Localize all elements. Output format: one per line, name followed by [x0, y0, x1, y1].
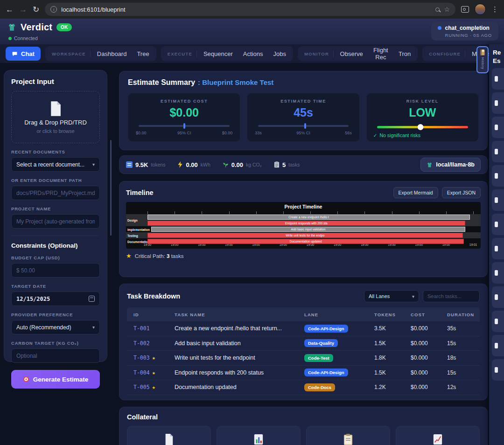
collateral-item[interactable] — [127, 426, 211, 445]
clipboard-icon — [343, 433, 353, 445]
gantt-bar-label: Documentation updated — [290, 240, 322, 243]
recent-documents-select[interactable]: Select a recent document... ▾ — [11, 157, 100, 172]
nav-item-actions[interactable]: Actions — [238, 48, 268, 60]
nav-item-tree[interactable]: Tree — [132, 48, 154, 60]
nav-item-flight-rec[interactable]: Flight Rec — [368, 44, 393, 63]
recent-estimate-item[interactable] — [492, 189, 504, 211]
scrollbar-thumb[interactable] — [110, 140, 112, 236]
item-bar — [495, 173, 498, 179]
recent-estimate-item[interactable] — [492, 117, 504, 138]
provider-preference-select[interactable]: Auto (Recommended) ▾ — [11, 320, 100, 334]
recent-estimate-item[interactable] — [492, 262, 504, 284]
gantt-bar[interactable]: Add basic input validation — [151, 227, 465, 232]
trend-chart-icon — [433, 433, 443, 445]
gantt-bar[interactable]: Write unit tests for the endpo — [147, 233, 463, 238]
recent-estimate-item[interactable] — [492, 311, 504, 332]
gantt-bar[interactable]: Endpoint responds with 200 sta — [147, 221, 465, 226]
browser-forward-icon[interactable]: → — [19, 6, 27, 14]
nav-item-observe[interactable]: Observe — [335, 48, 368, 60]
address-bar[interactable]: localhost:6101/blueprint ☆ — [45, 3, 455, 16]
project-name-input[interactable] — [11, 214, 100, 229]
export-json-button[interactable]: Export JSON — [442, 187, 481, 198]
task-name: Add basic input validation — [168, 340, 298, 347]
activity-indicator[interactable]: chat_completion RUNNING · 0S AGO — [431, 21, 498, 41]
stat-unit: kWh — [201, 162, 210, 167]
gantt-bar-label: Write unit tests for the endpo — [286, 234, 324, 237]
file-dropzone[interactable]: Drag & Drop PRD/TRD or click to browse — [11, 91, 100, 143]
nav-item-jobs[interactable]: Jobs — [268, 48, 291, 60]
task-tokens: 1.8K — [368, 355, 404, 361]
collateral-item[interactable] — [396, 426, 480, 445]
task-duration: 15s — [441, 340, 480, 347]
bookmark-star-icon[interactable]: ☆ — [444, 6, 450, 13]
collateral-item[interactable] — [306, 426, 390, 445]
collateral-item[interactable] — [217, 426, 301, 445]
chat-button[interactable]: Chat — [6, 47, 41, 61]
nav-group-label: CONFIGURE — [424, 51, 465, 56]
column-header-id: ID — [127, 312, 168, 317]
lane-badge: Code-API-Design — [304, 325, 348, 333]
lane-badge: Code-Docs — [304, 383, 335, 391]
status-badge: OK — [56, 23, 72, 31]
url-text[interactable]: localhost:6101/blueprint — [61, 6, 125, 13]
gantt-tick — [175, 211, 175, 214]
model-selector-button[interactable]: local/llama-8b — [420, 158, 481, 172]
table-row[interactable]: T-003★Write unit tests for the endpointC… — [127, 351, 480, 366]
target-date-input[interactable]: 12/15/2025 — [11, 292, 100, 306]
task-cost: $0.000 — [404, 355, 441, 361]
gantt-axis-label: 19:01 — [469, 243, 477, 246]
history-tab[interactable]: History — [476, 46, 489, 73]
gantt-bar[interactable]: Create a new endpoint /hello t — [147, 215, 470, 220]
lane-badge: Data-Quality — [304, 339, 338, 347]
recent-estimates-panel[interactable]: Re Es — [489, 44, 504, 445]
nav-item-sequencer[interactable]: Sequencer — [198, 48, 238, 60]
site-info-icon[interactable] — [50, 6, 57, 13]
task-search-input[interactable] — [423, 290, 480, 302]
document-path-input[interactable] — [11, 186, 100, 200]
sidebar-divider — [11, 236, 100, 236]
table-row[interactable]: T-002Add basic input validationData-Qual… — [127, 336, 480, 351]
nav-item-tron[interactable]: Tron — [393, 48, 416, 60]
task-duration: 12s — [441, 384, 480, 390]
generate-estimate-button[interactable]: Generate Estimate — [11, 370, 100, 389]
recent-estimate-item[interactable] — [492, 214, 504, 235]
profile-avatar[interactable] — [475, 4, 486, 15]
gantt-tick — [364, 211, 365, 214]
browser-back-icon[interactable]: ← — [6, 6, 14, 14]
task-id: T-002 — [127, 340, 168, 347]
browser-menu-icon[interactable]: ⋮ — [491, 5, 498, 14]
page-subtitle: : Blueprint Smoke Test — [198, 78, 273, 86]
lane-badge: Code-API-Design — [304, 369, 348, 376]
table-row[interactable]: T-001Create a new endpoint /hello that r… — [127, 321, 480, 336]
table-row[interactable]: T-004★Endpoint responds with 200 statusC… — [127, 366, 480, 381]
item-bar — [495, 125, 498, 130]
calendar-icon[interactable] — [89, 296, 95, 302]
chevron-down-icon: ▾ — [412, 294, 414, 299]
recent-estimate-item[interactable] — [492, 165, 504, 187]
gantt-bar-label: Add basic input validation — [291, 228, 326, 231]
column-header-cost: COST — [404, 312, 441, 317]
search-icon[interactable] — [435, 7, 440, 12]
nav-item-dashboard[interactable]: Dashboard — [92, 48, 132, 60]
budget-cap-input[interactable] — [11, 263, 100, 278]
time-ci-label: 95% CI — [296, 131, 310, 135]
carbon-icon — [223, 162, 229, 168]
recent-estimate-item[interactable] — [492, 335, 504, 356]
time-value: 45s — [254, 106, 352, 119]
table-row[interactable]: T-005★Documentation updatedCode-Docs1.2K… — [127, 380, 480, 395]
export-mermaid-button[interactable]: Export Mermaid — [393, 187, 438, 198]
recent-estimate-item[interactable] — [492, 238, 504, 259]
recent-estimate-item[interactable] — [492, 92, 504, 114]
recent-estimate-item[interactable] — [492, 141, 504, 162]
recent-estimate-item[interactable] — [492, 68, 504, 90]
lane-filter-select[interactable]: All Lanes ▾ — [364, 290, 419, 302]
gantt-bar[interactable]: Documentation updated — [147, 239, 464, 244]
tab-search-icon[interactable] — [461, 6, 469, 13]
nav-group-separator — [333, 50, 334, 57]
browser-reload-icon[interactable]: ↻ — [33, 6, 39, 14]
recent-estimate-item[interactable] — [492, 359, 504, 381]
recent-estimate-item[interactable] — [492, 286, 504, 308]
risk-note-text: No significant risks — [379, 132, 420, 138]
carbon-target-input[interactable] — [11, 348, 100, 363]
nav-group-monitor: MONITORObserveFlight RecTron — [298, 46, 418, 61]
